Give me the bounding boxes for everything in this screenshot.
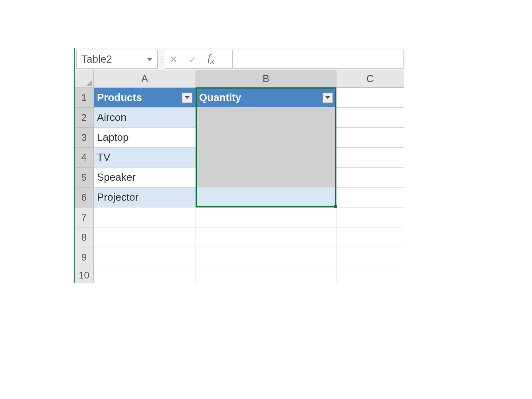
cell[interactable] <box>94 247 196 267</box>
excel-window: Table2 ⋮ ✕ ✓ fx A B C 1 Products Quan <box>74 48 405 283</box>
cell[interactable] <box>336 88 404 108</box>
table-row: 9 <box>75 247 405 267</box>
row-header[interactable]: 6 <box>75 188 94 207</box>
cell-quantity[interactable] <box>196 188 336 207</box>
cell[interactable] <box>336 227 404 247</box>
cell[interactable] <box>94 207 196 227</box>
row-header[interactable]: 1 <box>75 88 94 108</box>
cell[interactable] <box>94 227 196 247</box>
table-header-label: Quantity <box>199 91 241 104</box>
cell[interactable] <box>336 128 404 148</box>
table-row: 1 Products Quantity <box>75 88 405 108</box>
table-row: 5 Speaker <box>75 168 405 188</box>
cell[interactable] <box>336 168 404 188</box>
name-box-value: Table2 <box>81 53 147 65</box>
row-header[interactable]: 10 <box>75 267 94 283</box>
cell[interactable] <box>336 247 404 267</box>
cell-product[interactable]: Projector <box>94 188 196 207</box>
table-header-quantity[interactable]: Quantity <box>196 88 336 108</box>
cell-product[interactable]: Speaker <box>94 168 196 188</box>
cell[interactable] <box>336 267 404 283</box>
cell-product[interactable]: TV <box>94 148 196 168</box>
row-header[interactable]: 7 <box>75 207 94 227</box>
enter-icon[interactable]: ✓ <box>188 54 197 65</box>
cell-product[interactable]: Aircon <box>94 108 196 128</box>
row-header[interactable]: 5 <box>75 168 94 188</box>
row-header[interactable]: 3 <box>75 128 94 148</box>
divider: ⋮ <box>159 48 163 70</box>
column-header-B[interactable]: B <box>196 70 336 88</box>
cell[interactable] <box>196 227 336 247</box>
table-header-products[interactable]: Products <box>94 88 196 108</box>
column-header-C[interactable]: C <box>336 70 404 88</box>
select-all-corner[interactable] <box>75 70 94 88</box>
cell[interactable] <box>336 148 404 168</box>
filter-button[interactable] <box>182 93 192 103</box>
table-row: 8 <box>75 227 405 247</box>
table-row: 3 Laptop <box>75 128 405 148</box>
cell[interactable] <box>196 247 336 267</box>
table-row: 6 Projector <box>75 188 405 207</box>
column-header-A[interactable]: A <box>94 70 196 88</box>
cell-quantity[interactable] <box>196 108 336 128</box>
cell[interactable] <box>336 108 404 128</box>
table-row: 4 TV <box>75 148 405 168</box>
table-header-label: Products <box>97 91 142 104</box>
cell-quantity[interactable] <box>196 168 336 188</box>
column-header-row: A B C <box>75 70 405 88</box>
chevron-down-icon <box>185 96 190 99</box>
row-header[interactable]: 9 <box>75 247 94 267</box>
row-header[interactable]: 2 <box>75 108 94 128</box>
formula-bar-buttons: ✕ ✓ fx <box>165 50 233 69</box>
filter-button[interactable] <box>322 93 333 103</box>
cell[interactable] <box>94 267 196 283</box>
cell-quantity[interactable] <box>196 148 336 168</box>
fx-icon[interactable]: fx <box>208 53 214 66</box>
row-header[interactable]: 8 <box>75 227 94 247</box>
cell[interactable] <box>336 188 404 207</box>
chevron-down-icon <box>325 96 330 99</box>
cell-product[interactable]: Laptop <box>94 128 196 148</box>
formula-bar: Table2 ⋮ ✕ ✓ fx <box>74 48 405 70</box>
name-box[interactable]: Table2 <box>76 50 158 69</box>
chevron-down-icon[interactable] <box>147 58 152 61</box>
formula-input[interactable] <box>233 50 403 69</box>
table-row: 2 Aircon <box>75 108 405 128</box>
cell[interactable] <box>336 207 404 227</box>
table-row: 7 <box>75 207 405 227</box>
table-row: 10 <box>75 267 405 283</box>
cell[interactable] <box>196 207 336 227</box>
cell-quantity[interactable] <box>196 128 336 148</box>
cell[interactable] <box>196 267 336 283</box>
row-header[interactable]: 4 <box>75 148 94 168</box>
cancel-icon[interactable]: ✕ <box>169 54 178 65</box>
spreadsheet-grid: A B C 1 Products Quantity 2 Aircon <box>74 70 405 283</box>
